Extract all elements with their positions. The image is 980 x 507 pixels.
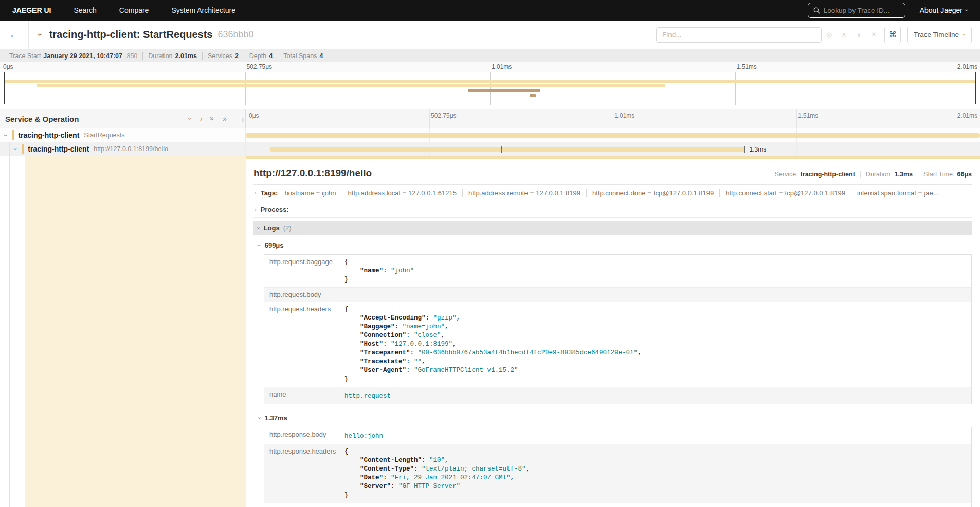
trace-view-select[interactable]: Trace Timeline › bbox=[907, 27, 972, 43]
meta-value: 66μs bbox=[957, 171, 972, 178]
logs-accordion[interactable]: › Logs (2) bbox=[253, 221, 972, 235]
kv-value: http.request bbox=[341, 387, 971, 404]
table-row: name http.request bbox=[264, 387, 971, 404]
span-detail-accent bbox=[25, 156, 246, 507]
nav-item-search[interactable]: Search bbox=[74, 6, 96, 14]
trace-header: ← › tracing-http-client: StartRequests 6… bbox=[0, 21, 980, 49]
trace-view-select-label: Trace Timeline bbox=[914, 31, 959, 39]
prev-match-icon[interactable]: ∧ bbox=[837, 31, 851, 39]
minimap-scrubber-right[interactable] bbox=[975, 72, 976, 104]
operation-name: StartRequests bbox=[84, 132, 124, 139]
timeline-header-row: Service & Operation › › » » ‖ 0μs 502.75… bbox=[0, 109, 980, 128]
minimap-span-bar bbox=[468, 89, 541, 92]
span-name-cell[interactable]: › tracing-http-client http://127.0.0.1:8… bbox=[0, 142, 246, 156]
minimap-span-bar bbox=[5, 80, 975, 83]
tag-value: tcp@127.0.0.1:8199 bbox=[654, 189, 714, 197]
span-log-marker[interactable] bbox=[744, 146, 745, 153]
process-label: Process: bbox=[261, 205, 289, 213]
find-input[interactable]: Find... bbox=[656, 27, 822, 43]
stat-trace-start: Trace Start January 29 2021, 10:47:07 .8… bbox=[4, 52, 142, 60]
trace-collapse-chevron-icon[interactable]: › bbox=[36, 33, 45, 36]
timeline-tick: 2.01ms bbox=[957, 112, 977, 119]
equals-sign: = bbox=[777, 189, 785, 197]
timeline-gridline bbox=[429, 109, 430, 128]
span-row-root[interactable]: › tracing-http-client StartRequests bbox=[0, 128, 980, 142]
tags-accordion[interactable]: › Tags: hostname=ijohn http.address.loca… bbox=[253, 185, 972, 201]
find-controls: ◎ ∧ ∨ ✕ bbox=[822, 31, 881, 39]
span-detail-row: http://127.0.0.1:8199/hello Service: tra… bbox=[0, 156, 980, 507]
minimap-canvas[interactable] bbox=[0, 72, 980, 105]
table-row: http.response.body hello:john bbox=[264, 427, 971, 444]
clear-find-icon[interactable]: ✕ bbox=[866, 31, 881, 39]
nav-item-compare[interactable]: Compare bbox=[119, 6, 149, 14]
expand-one-icon[interactable]: » bbox=[223, 115, 227, 122]
table-row: name http.response bbox=[264, 503, 971, 507]
column-resizer-handle[interactable]: ‖ bbox=[241, 117, 244, 123]
span-detail-title: http://127.0.0.1:8199/hello bbox=[253, 167, 372, 179]
service-name: tracing-http-client bbox=[18, 131, 79, 139]
kv-value: hello:john bbox=[341, 427, 971, 444]
span-duration-bar[interactable] bbox=[270, 147, 745, 152]
equals-sign: = bbox=[400, 189, 408, 197]
span-name-cell[interactable]: › tracing-http-client StartRequests bbox=[0, 128, 246, 142]
log-entry: › 699μs http.request.baggage {"name": "j… bbox=[259, 241, 972, 404]
span-collapse-chevron-icon[interactable]: › bbox=[3, 134, 9, 136]
nav-item-system-architecture[interactable]: System Architecture bbox=[171, 6, 235, 14]
equals-sign: = bbox=[916, 189, 924, 197]
span-log-marker[interactable] bbox=[501, 146, 502, 153]
meta-duration: Duration: 1.3ms bbox=[860, 171, 918, 178]
stat-duration: Duration 2.01ms bbox=[142, 52, 202, 60]
kv-key: http.response.headers bbox=[264, 444, 341, 503]
log-timestamp-row[interactable]: › 699μs bbox=[259, 241, 972, 249]
collapse-one-icon[interactable]: › bbox=[200, 115, 203, 122]
indent-guide bbox=[23, 156, 23, 507]
span-detail-accent-column bbox=[0, 156, 246, 507]
timeline-tick: 1.51ms bbox=[798, 112, 818, 119]
tag-pill: hostname=ijohn bbox=[279, 189, 341, 197]
app-logo[interactable]: JAEGER UI bbox=[12, 6, 51, 14]
kv-plain-value: http.request bbox=[344, 392, 391, 400]
kv-key: http.request.baggage bbox=[264, 255, 341, 287]
log-timestamp-row[interactable]: › 1.37ms bbox=[259, 414, 972, 422]
kv-value: http.response bbox=[341, 503, 971, 507]
minimap-scrubber-left[interactable] bbox=[4, 72, 5, 104]
kv-key: name bbox=[264, 503, 341, 507]
meta-value: tracing-http-client bbox=[801, 171, 855, 178]
tag-key: hostname bbox=[284, 189, 314, 197]
minimap-span-bar bbox=[530, 94, 535, 97]
back-button[interactable]: ← bbox=[0, 21, 29, 49]
stat-value: 4 bbox=[269, 52, 273, 60]
minimap-tick-labels: 0μs 502.75μs 1.01ms 1.51ms 2.01ms bbox=[0, 62, 980, 72]
service-color-swatch bbox=[22, 144, 24, 154]
span-duration-bar[interactable] bbox=[246, 133, 980, 138]
lookup-trace-id-input[interactable]: Lookup by Trace ID... bbox=[808, 3, 905, 18]
stat-depth: Depth 4 bbox=[244, 52, 278, 60]
keyboard-shortcuts-button[interactable]: ⌘ bbox=[884, 27, 901, 43]
indent-guide bbox=[9, 142, 10, 156]
expand-collapse-controls: › › » » bbox=[189, 115, 227, 122]
process-accordion[interactable]: › Process: bbox=[253, 201, 972, 218]
chevron-right-icon: › bbox=[255, 206, 257, 212]
timeline-tick: 0μs bbox=[249, 112, 259, 119]
tag-pill: http.connect.done=tcp@127.0.0.1:8199 bbox=[586, 189, 719, 197]
span-bar-cell[interactable] bbox=[246, 128, 980, 142]
stat-suffix: .850 bbox=[125, 52, 137, 60]
kv-key: http.response.body bbox=[264, 427, 341, 444]
span-bar-cell[interactable]: 1.3ms bbox=[246, 142, 980, 156]
tag-pill: internal.span.format=jae... bbox=[851, 189, 945, 197]
log-timestamp: 699μs bbox=[265, 241, 284, 249]
indent-guide bbox=[9, 156, 10, 507]
log-entry: › 1.37ms http.response.body hello:john h… bbox=[259, 414, 972, 507]
next-match-icon[interactable]: ∨ bbox=[851, 31, 866, 39]
trace-minimap[interactable]: 0μs 502.75μs 1.01ms 1.51ms 2.01ms bbox=[0, 62, 980, 105]
focus-match-icon[interactable]: ◎ bbox=[822, 31, 837, 39]
collapse-all-icon[interactable]: › bbox=[187, 118, 194, 120]
expand-all-icon[interactable]: » bbox=[209, 117, 216, 121]
tag-key: http.address.remote bbox=[468, 189, 528, 197]
about-jaeger-menu[interactable]: About Jaeger › bbox=[920, 6, 968, 14]
span-row-child[interactable]: › tracing-http-client http://127.0.0.1:8… bbox=[0, 142, 980, 156]
timeline-ticks-header: 0μs 502.75μs 1.01ms 1.51ms 2.01ms bbox=[246, 109, 980, 128]
service-operation-header: Service & Operation › › » » ‖ bbox=[0, 109, 246, 128]
span-collapse-chevron-icon[interactable]: › bbox=[12, 148, 19, 150]
stat-value: 2 bbox=[235, 52, 239, 60]
